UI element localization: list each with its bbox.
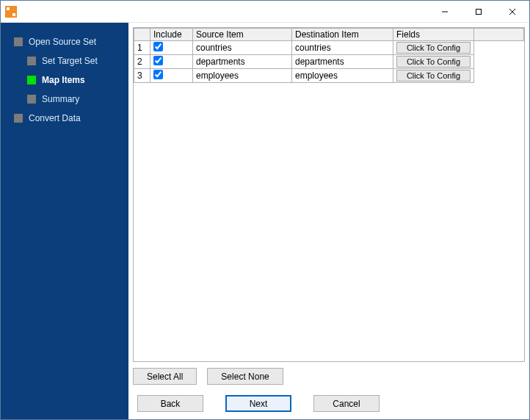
include-cell <box>150 41 193 55</box>
row-number: 2 <box>134 55 150 69</box>
fields-cell: Click To Config <box>393 41 474 55</box>
titlebar <box>1 1 529 23</box>
sidebar-item-map-items[interactable]: Map Items <box>27 73 128 87</box>
sidebar-item-label: Convert Data <box>29 113 81 123</box>
col-header-source[interactable]: Source Item <box>193 29 292 41</box>
maximize-button[interactable] <box>462 1 495 22</box>
step-marker-icon <box>27 95 36 104</box>
col-header-blank <box>474 29 524 41</box>
sidebar-item-convert-data[interactable]: Convert Data <box>14 111 128 126</box>
col-header-rownum[interactable] <box>134 29 150 41</box>
col-header-destination[interactable]: Destination Item <box>292 29 393 41</box>
step-marker-icon <box>27 57 36 65</box>
app-icon <box>5 6 17 18</box>
source-item-cell[interactable]: countries <box>193 41 292 55</box>
wizard-sidebar: Open Source Set Set Target Set Map Items… <box>1 23 128 419</box>
row-number: 3 <box>134 69 150 83</box>
step-marker-icon <box>14 114 23 123</box>
cancel-button[interactable]: Cancel <box>313 395 380 412</box>
grid-header-row: Include Source Item Destination Item Fie… <box>134 29 524 41</box>
sidebar-item-set-target-set[interactable]: Set Target Set <box>27 54 128 68</box>
step-marker-icon <box>14 37 23 46</box>
back-button[interactable]: Back <box>137 395 203 412</box>
blank-cell <box>474 69 524 83</box>
sidebar-item-summary[interactable]: Summary <box>27 92 128 106</box>
config-fields-button[interactable]: Click To Config <box>396 56 471 68</box>
include-checkbox[interactable] <box>153 42 163 51</box>
table-row[interactable]: 2departmentsdepartmentsClick To Config <box>134 55 524 69</box>
source-item-cell[interactable]: departments <box>193 55 292 69</box>
select-none-button[interactable]: Select None <box>207 368 283 385</box>
include-checkbox[interactable] <box>153 56 163 65</box>
minimize-button[interactable] <box>428 1 462 22</box>
col-header-include[interactable]: Include <box>150 29 193 41</box>
sidebar-item-label: Summary <box>42 94 79 104</box>
main-panel: Include Source Item Destination Item Fie… <box>128 23 529 419</box>
select-all-button[interactable]: Select All <box>133 368 197 385</box>
fields-cell: Click To Config <box>393 55 474 69</box>
include-cell <box>150 69 193 83</box>
include-cell <box>150 55 193 69</box>
sidebar-item-label: Set Target Set <box>42 56 98 66</box>
destination-item-cell[interactable]: employees <box>292 69 393 83</box>
include-checkbox[interactable] <box>153 70 163 79</box>
app-window: Open Source Set Set Target Set Map Items… <box>0 0 530 420</box>
step-marker-icon <box>27 76 36 84</box>
table-row[interactable]: 1countriescountriesClick To Config <box>134 41 524 55</box>
sidebar-item-label: Open Source Set <box>29 37 96 47</box>
close-button[interactable] <box>495 1 529 22</box>
next-button[interactable]: Next <box>225 395 291 412</box>
destination-item-cell[interactable]: countries <box>292 41 393 55</box>
fields-cell: Click To Config <box>393 69 474 83</box>
destination-item-cell[interactable]: departments <box>292 55 393 69</box>
sidebar-item-label: Map Items <box>42 75 85 85</box>
col-header-fields[interactable]: Fields <box>393 29 474 41</box>
row-number: 1 <box>134 41 150 55</box>
config-fields-button[interactable]: Click To Config <box>396 70 471 82</box>
sidebar-item-open-source-set[interactable]: Open Source Set <box>14 35 128 49</box>
blank-cell <box>474 41 524 55</box>
source-item-cell[interactable]: employees <box>193 69 292 83</box>
config-fields-button[interactable]: Click To Config <box>396 42 471 54</box>
svg-rect-1 <box>476 9 482 14</box>
blank-cell <box>474 55 524 69</box>
table-row[interactable]: 3employeesemployeesClick To Config <box>134 69 524 83</box>
mapping-grid: Include Source Item Destination Item Fie… <box>133 27 525 362</box>
